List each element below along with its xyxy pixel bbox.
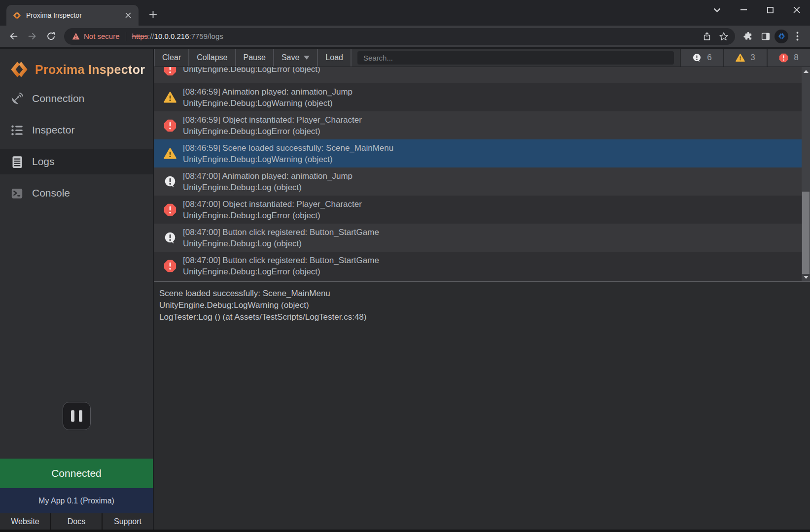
warning-triangle-icon bbox=[164, 91, 176, 104]
log-stacktrace: UnityEngine.Debug:LogError (object) bbox=[183, 210, 362, 221]
info-count: 6 bbox=[707, 53, 711, 63]
sidebar-item-console[interactable]: Console bbox=[0, 180, 153, 206]
log-list: UnityEngine.Debug:LogError (object) [08:… bbox=[154, 67, 810, 281]
log-level-icon bbox=[164, 147, 176, 160]
scroll-down-arrow-icon[interactable] bbox=[802, 273, 810, 281]
pause-button[interactable]: Pause bbox=[236, 49, 274, 66]
sidebar-item-inspector[interactable]: Inspector bbox=[0, 117, 153, 143]
new-tab-button[interactable] bbox=[145, 7, 160, 22]
log-entry[interactable]: UnityEngine.Debug:LogError (object) bbox=[154, 67, 802, 83]
load-button[interactable]: Load bbox=[318, 49, 352, 66]
log-rows: UnityEngine.Debug:LogError (object) [08:… bbox=[154, 67, 802, 281]
reload-button[interactable] bbox=[41, 27, 60, 46]
website-link[interactable]: Website bbox=[0, 513, 50, 530]
error-octagon-icon bbox=[779, 53, 788, 63]
save-dropdown-caret-icon[interactable] bbox=[304, 56, 310, 60]
sidebar: Proxima Inspector Connection I bbox=[0, 49, 153, 530]
log-stacktrace: UnityEngine.Debug:Log (object) bbox=[183, 182, 352, 193]
log-entry[interactable]: [08:46:59] Scene loaded successfully: Sc… bbox=[154, 139, 802, 167]
error-octagon-icon bbox=[164, 260, 176, 272]
search-input[interactable] bbox=[357, 51, 674, 65]
sidebar-item-connection[interactable]: Connection bbox=[0, 86, 153, 111]
docs-link[interactable]: Docs bbox=[51, 513, 102, 530]
browser-menu-kebab-icon[interactable] bbox=[788, 27, 806, 46]
browser-window: Proxima Inspector bbox=[0, 0, 810, 532]
log-text: [08:46:59] Object instantiated: Player_C… bbox=[183, 114, 362, 137]
brand: Proxima Inspector bbox=[0, 49, 153, 79]
log-entry[interactable]: [08:46:59] Object instantiated: Player_C… bbox=[154, 111, 802, 139]
pause-stream-button[interactable] bbox=[63, 402, 91, 430]
forward-button[interactable] bbox=[23, 27, 41, 46]
tab-search-chevron-icon[interactable] bbox=[704, 0, 730, 20]
log-stacktrace: UnityEngine.Debug:LogError (object) bbox=[183, 126, 362, 137]
log-text: [08:47:00] Object instantiated: Player_C… bbox=[183, 199, 362, 221]
extensions-puzzle-icon[interactable] bbox=[739, 27, 757, 46]
warning-triangle-icon bbox=[164, 147, 176, 160]
tab-close-icon[interactable] bbox=[123, 10, 134, 21]
log-level-icon bbox=[164, 67, 176, 76]
clear-button[interactable]: Clear bbox=[154, 49, 189, 66]
log-message: [08:47:00] Button click registered: Butt… bbox=[183, 255, 379, 266]
log-level-icon bbox=[164, 232, 176, 244]
log-message: [08:47:00] Animation played: animation_J… bbox=[183, 170, 352, 182]
sidebar-item-logs[interactable]: Logs bbox=[0, 149, 153, 174]
logs-panel: Clear Collapse Pause Save Load 6 bbox=[153, 49, 810, 530]
share-icon[interactable] bbox=[699, 28, 715, 45]
scrollbar-thumb[interactable] bbox=[802, 192, 810, 274]
not-secure-warning-icon bbox=[72, 33, 80, 40]
error-count: 8 bbox=[794, 53, 798, 63]
support-link[interactable]: Support bbox=[103, 513, 153, 530]
log-level-icon bbox=[164, 175, 176, 188]
minimize-button[interactable] bbox=[730, 0, 757, 20]
sidebar-item-label: Console bbox=[32, 187, 70, 199]
log-entry[interactable]: [08:47:00] Object instantiated: Player_C… bbox=[154, 196, 802, 224]
log-message: [08:47:00] Object instantiated: Player_C… bbox=[183, 199, 362, 210]
bookmark-star-icon[interactable] bbox=[715, 28, 732, 45]
brand-title: Proxima Inspector bbox=[35, 63, 145, 77]
warning-count: 3 bbox=[750, 53, 755, 63]
proxima-extension-icon[interactable] bbox=[775, 30, 788, 43]
sidebar-item-label: Logs bbox=[32, 156, 55, 167]
warning-filter-button[interactable]: 3 bbox=[723, 49, 767, 66]
log-detail-pane: Scene loaded successfully: Scene_MainMen… bbox=[154, 281, 810, 530]
pause-icon bbox=[71, 410, 74, 422]
maximize-button[interactable] bbox=[757, 0, 783, 20]
side-panel-icon[interactable] bbox=[757, 27, 775, 46]
tab-title: Proxima Inspector bbox=[26, 11, 118, 19]
detail-line: UnityEngine.Debug:LogWarning (object) bbox=[159, 299, 803, 311]
log-entry[interactable]: [08:47:00] Button click registered: Butt… bbox=[154, 252, 802, 280]
error-filter-button[interactable]: 8 bbox=[767, 49, 810, 66]
sidebar-footer: Website Docs Support bbox=[0, 513, 153, 530]
log-message: [08:47:00] Button click registered: Butt… bbox=[183, 227, 379, 238]
log-text: [08:46:59] Animation played: animation_J… bbox=[183, 86, 352, 109]
log-stacktrace: UnityEngine.Debug:LogError (object) bbox=[183, 266, 379, 277]
save-button[interactable]: Save bbox=[274, 49, 318, 66]
log-level-icon bbox=[164, 260, 176, 272]
error-octagon-icon bbox=[164, 119, 176, 132]
browser-tab[interactable]: Proxima Inspector bbox=[6, 5, 139, 26]
app-info-bar: My App 0.1 (Proxima) bbox=[0, 488, 153, 513]
log-text: [08:47:00] Animation played: animation_J… bbox=[183, 170, 352, 193]
back-button[interactable] bbox=[4, 27, 23, 46]
log-scrollbar[interactable] bbox=[802, 67, 810, 281]
search-container bbox=[352, 49, 680, 66]
log-stacktrace: UnityEngine.Debug:LogWarning (object) bbox=[183, 98, 352, 109]
log-message: [08:46:59] Object instantiated: Player_C… bbox=[183, 114, 362, 126]
warning-triangle-icon bbox=[736, 53, 745, 63]
collapse-button[interactable]: Collapse bbox=[189, 49, 236, 66]
info-bubble-icon bbox=[164, 232, 176, 244]
close-button[interactable] bbox=[783, 0, 810, 20]
log-entry[interactable]: [08:46:59] Animation played: animation_J… bbox=[154, 83, 802, 111]
terminal-icon bbox=[10, 187, 24, 200]
address-bar[interactable]: Not secure https://10.0.0.216:7759/logs bbox=[64, 28, 735, 45]
log-text: [08:47:00] Button click registered: Butt… bbox=[183, 227, 379, 249]
log-text: UnityEngine.Debug:LogError (object) bbox=[183, 67, 320, 75]
log-entry[interactable]: [08:47:00] Button click registered: Butt… bbox=[154, 224, 802, 252]
info-bubble-icon bbox=[692, 53, 702, 63]
url-text: https://10.0.0.216:7759/logs bbox=[132, 32, 223, 40]
list-icon bbox=[10, 124, 24, 137]
info-filter-button[interactable]: 6 bbox=[680, 49, 723, 66]
connection-status-bar: Connected bbox=[0, 459, 153, 488]
scroll-up-arrow-icon[interactable] bbox=[802, 67, 810, 75]
log-entry[interactable]: [08:47:00] Animation played: animation_J… bbox=[154, 167, 802, 196]
